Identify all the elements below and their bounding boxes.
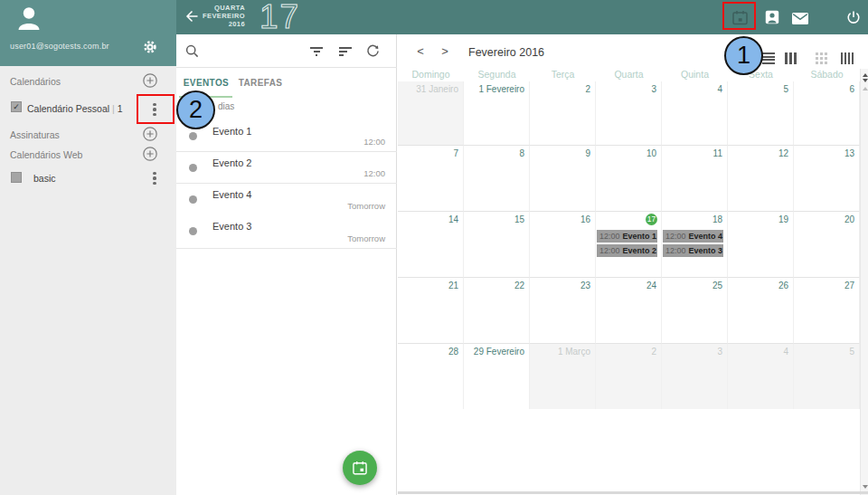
- date-label: 5: [794, 344, 859, 357]
- multicolumn-view-icon[interactable]: [841, 52, 854, 64]
- back-arrow-icon[interactable]: [184, 9, 199, 27]
- day-cell[interactable]: 26: [728, 277, 794, 343]
- event-chip-time: 12:00: [665, 246, 686, 255]
- day-cell[interactable]: 4: [662, 81, 728, 145]
- calendar-color-swatch[interactable]: [11, 172, 22, 183]
- scroll-down-icon[interactable]: [863, 79, 868, 82]
- scrollbar-thumb-top-icon[interactable]: [863, 87, 868, 90]
- list-item[interactable]: Evento 212:00: [176, 152, 397, 184]
- address-book-icon[interactable]: [765, 10, 779, 28]
- list-item[interactable]: Evento 112:00: [176, 120, 397, 152]
- sidebar-item-personal-calendar[interactable]: ✓ Calendário Pessoal|1: [0, 94, 176, 125]
- date-label: 6: [794, 81, 859, 94]
- list-item[interactable]: Evento 4Tomorrow: [176, 184, 397, 215]
- day-cell[interactable]: 20: [794, 211, 860, 277]
- week-view-icon[interactable]: [785, 52, 797, 64]
- gear-icon[interactable]: [143, 40, 157, 54]
- day-cell[interactable]: 1712:00Evento 112:00Evento 2: [596, 211, 662, 277]
- day-cell[interactable]: 27: [794, 277, 860, 343]
- month-label: FEVEREIRO: [202, 12, 245, 20]
- vertical-scrollbar[interactable]: [860, 69, 868, 495]
- day-cell[interactable]: 9: [530, 145, 596, 211]
- day-cell[interactable]: 5: [728, 81, 794, 145]
- horizontal-scrollbar[interactable]: [398, 491, 868, 494]
- day-cell[interactable]: 16: [530, 211, 596, 277]
- month-view-icon[interactable]: [816, 52, 828, 64]
- date-label: 3: [662, 344, 727, 357]
- power-off-icon[interactable]: [846, 10, 861, 29]
- day-cell[interactable]: 19: [728, 211, 794, 277]
- day-cell[interactable]: 22: [464, 277, 530, 343]
- add-web-calendar-button[interactable]: [142, 146, 158, 162]
- day-cell[interactable]: 5: [794, 343, 860, 409]
- event-due: Tomorrow: [347, 201, 385, 211]
- separator: |: [112, 103, 115, 114]
- sidebar-item-basic-calendar[interactable]: basic: [0, 167, 176, 194]
- refresh-icon[interactable]: [366, 44, 380, 62]
- event-chip[interactable]: 12:00Evento 4: [663, 230, 723, 243]
- day-cell[interactable]: 1 Março: [530, 343, 596, 409]
- add-subscription-button[interactable]: [142, 126, 158, 142]
- week-row: 2829 Fevereiro1 Março2345: [398, 343, 860, 409]
- day-cell[interactable]: 24: [596, 277, 662, 343]
- day-view-icon[interactable]: [762, 52, 775, 64]
- day-cell[interactable]: 21: [398, 277, 464, 343]
- day-cell[interactable]: 3: [596, 81, 662, 145]
- list-tabs: EVENTOS TAREFAS: [176, 68, 397, 98]
- date-label: 10: [596, 146, 661, 158]
- list-item[interactable]: Evento 3Tomorrow: [176, 215, 397, 249]
- filter-icon[interactable]: [310, 47, 323, 56]
- more-options-icon[interactable]: [149, 170, 160, 186]
- top-toolbar: QUARTA FEVEREIRO 2016 17: [176, 0, 868, 34]
- day-cell[interactable]: 4: [728, 343, 794, 409]
- add-calendar-button[interactable]: [142, 72, 158, 89]
- new-event-fab[interactable]: [343, 451, 377, 485]
- day-cell[interactable]: 28: [398, 343, 464, 409]
- day-cell[interactable]: 3: [662, 343, 728, 409]
- previous-month-icon[interactable]: <: [414, 44, 427, 58]
- event-chip-title: Evento 2: [623, 246, 657, 255]
- calendar-module-icon[interactable]: [732, 10, 748, 29]
- year-label: 2016: [202, 20, 245, 28]
- calendar-checkbox[interactable]: ✓: [11, 101, 22, 112]
- next-month-icon[interactable]: >: [439, 44, 451, 58]
- day-cell[interactable]: 23: [530, 277, 596, 343]
- date-label: 12: [728, 146, 793, 158]
- mail-icon[interactable]: [792, 12, 808, 28]
- more-options-icon[interactable]: [149, 101, 160, 118]
- day-cell[interactable]: 2: [530, 81, 596, 145]
- search-icon[interactable]: [185, 44, 199, 62]
- day-cell[interactable]: 6: [794, 81, 860, 145]
- day-cell[interactable]: 2: [596, 343, 662, 409]
- day-cell[interactable]: 10: [596, 145, 662, 211]
- date-label: 11: [662, 146, 727, 158]
- scroll-bottom-icon[interactable]: [863, 485, 868, 489]
- calendar-name: Calendário Pessoal|1: [27, 103, 123, 114]
- day-cell[interactable]: 11: [662, 145, 728, 211]
- day-cell[interactable]: 15: [464, 211, 530, 277]
- sort-icon[interactable]: [339, 47, 352, 56]
- day-cell[interactable]: 31 Janeiro: [398, 81, 464, 145]
- event-color-dot: [189, 164, 197, 172]
- user-email: user01@sogotests.com.br: [10, 42, 109, 51]
- sogo-calendar-app: user01@sogotests.com.br Calendários ✓ Ca…: [0, 0, 868, 495]
- event-chip[interactable]: 12:00Evento 1: [597, 230, 657, 243]
- annotation-step-2: 2: [176, 90, 215, 129]
- event-chip[interactable]: 12:00Evento 3: [663, 244, 723, 257]
- day-cell[interactable]: 25: [662, 277, 728, 343]
- day-cell[interactable]: 12: [728, 145, 794, 211]
- day-cell[interactable]: 13: [794, 145, 860, 211]
- day-cell[interactable]: 7: [398, 145, 464, 211]
- event-due: 12:00: [363, 168, 385, 178]
- day-cell[interactable]: 1 Fevereiro: [464, 81, 530, 145]
- tab-tasks[interactable]: TAREFAS: [232, 68, 288, 98]
- day-cell[interactable]: 1812:00Evento 412:00Evento 3: [662, 211, 728, 277]
- scroll-up-icon[interactable]: [863, 73, 868, 77]
- day-cell[interactable]: 14: [398, 211, 464, 277]
- day-cell[interactable]: 8: [464, 145, 530, 211]
- weekday-header: Quinta: [662, 69, 728, 81]
- date-label: 27: [794, 278, 859, 290]
- day-cell[interactable]: 29 Fevereiro: [464, 343, 530, 409]
- section-subscriptions: Assinaturas: [10, 129, 60, 140]
- event-chip[interactable]: 12:00Evento 2: [597, 244, 657, 257]
